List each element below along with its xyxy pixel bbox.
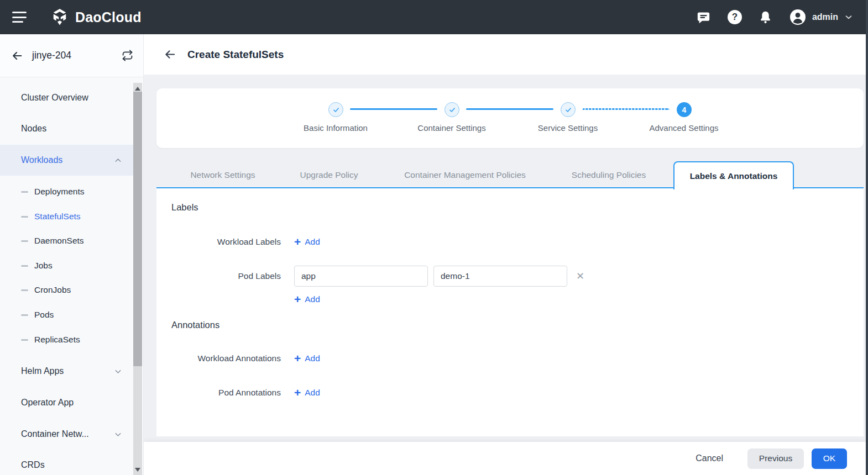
workload-annotations-label: Workload Annotations: [156, 353, 281, 363]
cancel-button[interactable]: Cancel: [687, 448, 732, 469]
page-title: Create StatefulSets: [187, 49, 284, 61]
plus-icon: +: [294, 352, 301, 364]
tab-labels-annotations[interactable]: Labels & Annotations: [673, 161, 794, 189]
chevron-down-icon: [113, 430, 123, 439]
dash-icon: [21, 289, 28, 291]
sidebar-item-workloads[interactable]: Workloads: [0, 145, 133, 176]
user-menu[interactable]: admin: [789, 8, 854, 26]
tab-scheduling-policies[interactable]: Scheduling Policies: [572, 161, 646, 188]
previous-button[interactable]: Previous: [747, 448, 804, 469]
step-4-badge[interactable]: 4: [677, 102, 692, 117]
page-header: Create StatefulSets: [144, 34, 866, 75]
chevron-up-icon: [113, 156, 123, 165]
sidebar-item-statefulsets[interactable]: StatefulSets: [0, 204, 133, 229]
scrollbar-thumb[interactable]: [133, 92, 142, 366]
scroll-down-arrow[interactable]: [133, 465, 142, 474]
avatar: [789, 8, 807, 26]
plus-icon: +: [294, 236, 301, 247]
back-icon[interactable]: [11, 50, 23, 62]
topbar: DaoCloud ?: [0, 0, 868, 34]
step-4-label: Advanced Settings: [623, 123, 745, 133]
step-1-label: Basic Information: [275, 123, 396, 133]
brand-logo: DaoCloud: [50, 7, 142, 27]
dash-icon: [21, 339, 28, 341]
ok-button[interactable]: OK: [812, 448, 847, 469]
sidebar-nav: Cluster Overview Nodes Workloads Deploym…: [0, 77, 144, 475]
step-connector: [466, 108, 553, 110]
step-2-check-icon[interactable]: [445, 102, 459, 117]
sidebar-item-container-network[interactable]: Container Netw...: [0, 422, 133, 446]
labels-section-title: Labels: [171, 202, 198, 213]
username: admin: [812, 12, 838, 22]
step-connector: [350, 108, 437, 110]
action-footer: Cancel Previous OK: [144, 442, 866, 475]
right-edge-scrollbar: [866, 0, 868, 475]
sidebar-item-nodes[interactable]: Nodes: [0, 117, 133, 141]
page-back-icon[interactable]: [164, 48, 176, 61]
workload-labels-row: Workload Labels + Add: [156, 234, 765, 250]
workload-annotations-row: Workload Annotations + Add: [156, 350, 765, 367]
step-1-check-icon[interactable]: [328, 102, 343, 117]
annotations-section-title: Annotations: [171, 320, 219, 330]
help-icon[interactable]: ?: [727, 9, 742, 25]
dash-icon: [21, 314, 28, 316]
step-2-label: Container Settings: [391, 123, 513, 133]
dash-icon: [21, 265, 28, 267]
sidebar-item-cluster-overview[interactable]: Cluster Overview: [0, 86, 133, 110]
pod-labels-add-row: + Add: [156, 291, 765, 308]
plus-icon: +: [294, 293, 301, 305]
chevron-down-icon: [844, 12, 854, 22]
pod-labels-label: Pod Labels: [156, 271, 281, 281]
pod-annotations-label: Pod Annotations: [156, 388, 281, 398]
sidebar-item-daemonsets[interactable]: DaemonSets: [0, 229, 133, 253]
brand-name: DaoCloud: [75, 9, 142, 25]
pod-label-key-input[interactable]: [294, 266, 428, 287]
dash-icon: [21, 191, 28, 193]
tab-content: Labels Workload Labels + Add Pod Labels …: [156, 188, 864, 436]
chevron-down-icon: [113, 367, 123, 376]
tab-container-management-policies[interactable]: Container Management Policies: [404, 161, 526, 188]
sidebar-item-cronjobs[interactable]: CronJobs: [0, 278, 133, 302]
sidebar-item-crds[interactable]: CRDs: [0, 453, 133, 475]
sidebar-item-deployments[interactable]: Deployments: [0, 180, 133, 204]
workload-labels-label: Workload Labels: [156, 237, 281, 247]
sidebar-item-jobs[interactable]: Jobs: [0, 254, 133, 278]
tab-network-settings[interactable]: Network Settings: [190, 161, 255, 188]
switch-cluster-icon[interactable]: [122, 50, 133, 61]
pod-labels-row: Pod Labels ✕: [156, 266, 765, 287]
sidebar: jinye-204 Cluster Overview Nodes Workloa…: [0, 34, 144, 475]
add-pod-label-button[interactable]: + Add: [294, 294, 320, 305]
step-3-check-icon[interactable]: [561, 102, 576, 117]
tab-upgrade-policy[interactable]: Upgrade Policy: [300, 161, 358, 188]
cluster-name: jinye-204: [32, 50, 122, 61]
dash-icon: [21, 216, 28, 218]
step-3-label: Service Settings: [507, 123, 629, 133]
message-icon[interactable]: [696, 9, 712, 25]
plus-icon: +: [294, 387, 301, 398]
app-window: DaoCloud ?: [0, 0, 868, 475]
pod-annotations-row: Pod Annotations + Add: [156, 384, 765, 401]
step-connector-dotted: [582, 108, 670, 110]
sidebar-item-replicasets[interactable]: ReplicaSets: [0, 328, 133, 352]
sidebar-item-helm-apps[interactable]: Helm Apps: [0, 359, 133, 383]
sidebar-item-pods[interactable]: Pods: [0, 303, 133, 327]
dash-icon: [21, 240, 28, 242]
add-workload-annotation-button[interactable]: + Add: [294, 353, 320, 364]
daocloud-cube-icon: [50, 7, 70, 27]
sidebar-scrollbar[interactable]: [133, 83, 142, 475]
hamburger-menu-icon[interactable]: [12, 12, 27, 23]
remove-pod-label-icon[interactable]: ✕: [576, 271, 584, 281]
stepper: 4 Basic Information Container Settings S…: [156, 88, 864, 148]
sidebar-header: jinye-204: [0, 34, 143, 77]
add-pod-annotation-button[interactable]: + Add: [294, 388, 320, 398]
add-workload-label-button[interactable]: + Add: [294, 237, 320, 247]
notification-bell-icon[interactable]: [758, 9, 773, 25]
main-area: Create StatefulSets 4 Basic Information …: [144, 34, 866, 475]
pod-label-value-input[interactable]: [433, 266, 567, 287]
sidebar-item-operator-app[interactable]: Operator App: [0, 390, 133, 415]
